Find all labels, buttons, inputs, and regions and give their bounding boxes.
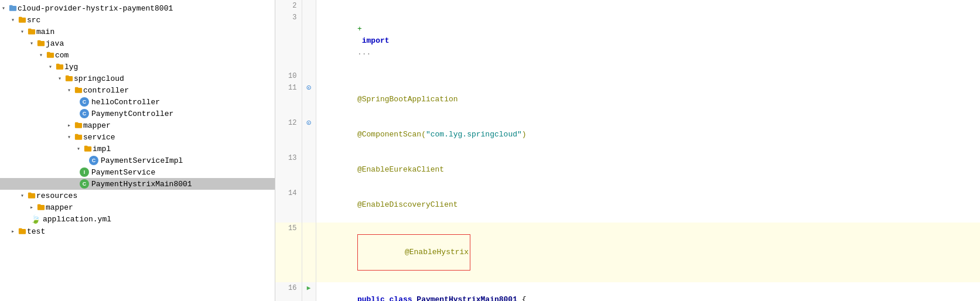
code-line-14: 14 @EnableDiscoveryClient: [275, 187, 980, 223]
line-num-11: 11: [275, 82, 302, 117]
folder-icon-controller: [74, 85, 83, 95]
line-content-14: @EnableDiscoveryClient: [316, 187, 980, 223]
folder-icon-service: [74, 132, 83, 142]
folder-icon-src: [18, 15, 27, 25]
folder-icon-main: [27, 27, 36, 36]
code-line-12: 12 ⊙ @ComponentScan("com.lyg.springcloud…: [275, 117, 980, 152]
tree-lyg[interactable]: lyg: [0, 61, 275, 73]
code-lines: 2 3 + import ... 10 11 ⊙: [275, 0, 980, 301]
main-label: main: [36, 28, 54, 36]
lyg-label: lyg: [64, 63, 78, 71]
code-editor[interactable]: 2 3 + import ... 10 11 ⊙: [275, 0, 980, 301]
line-num-12: 12: [275, 117, 302, 152]
folder-icon-springcloud: [64, 74, 74, 83]
tree-payment-service-impl[interactable]: C PaymentServiceImpl: [0, 155, 275, 166]
code-line-13: 13 @EnableEurekaClient: [275, 152, 980, 187]
bookmark-icon-12: ⊙: [306, 118, 311, 128]
line-num-15: 15: [275, 223, 302, 282]
folder-icon-resources-mapper: [36, 203, 46, 212]
line-content-10: [316, 70, 980, 82]
tree-mapper[interactable]: mapper: [0, 119, 275, 131]
line-num-14: 14: [275, 187, 302, 223]
tree-impl[interactable]: impl: [0, 143, 275, 155]
line-content-13: @EnableEurekaClient: [316, 152, 980, 187]
chevron-service: [66, 134, 73, 141]
annotation-eureka: @EnableEurekaClient: [357, 165, 444, 174]
line-content-11: @SpringBootApplication: [316, 82, 980, 117]
line-num-16: 16: [275, 282, 302, 301]
kw-public-16: public: [357, 295, 390, 301]
line-num-13: 13: [275, 152, 302, 187]
gutter-15: [302, 223, 316, 282]
com-label: com: [55, 51, 69, 60]
run-icon-16[interactable]: ▶: [307, 285, 311, 292]
tree-resources[interactable]: resources: [0, 190, 275, 201]
chevron-mapper: [66, 122, 73, 129]
tree-resources-mapper[interactable]: mapper: [0, 201, 275, 213]
chevron-controller: [66, 87, 73, 94]
tree-test[interactable]: test: [0, 225, 275, 237]
classname-16: PaymentHystrixMain8001: [416, 295, 517, 301]
chevron-test: [9, 228, 16, 235]
class-icon-paymenyt: C: [80, 109, 89, 118]
folder-icon-resources: [27, 191, 36, 200]
code-line-2: 2: [275, 0, 980, 12]
tree-application-yml[interactable]: 🍃 application.yml: [0, 213, 275, 225]
code-line-10: 10: [275, 70, 980, 82]
folder-icon-mapper: [74, 121, 83, 130]
line-content-16: public class PaymentHystrixMain8001 {: [316, 282, 980, 301]
java-label: java: [46, 39, 64, 48]
line-num-2: 2: [275, 0, 302, 12]
gutter-14: [302, 187, 316, 223]
hello-controller-label: helloController: [91, 98, 160, 107]
tree-src[interactable]: src: [0, 14, 275, 26]
springcloud-label: springcloud: [74, 74, 124, 83]
main-icon-hystrix: C: [80, 179, 89, 189]
resources-mapper-label: mapper: [46, 203, 73, 212]
annotation-springboot: @SpringBootApplication: [357, 95, 458, 104]
import-ellipsis: ...: [357, 48, 371, 57]
gutter-2: [302, 0, 316, 12]
line-content-15: @EnableHystrix: [316, 223, 980, 282]
impl-label: impl: [93, 145, 111, 153]
gutter-12: ⊙: [302, 117, 316, 152]
yaml-icon: 🍃: [30, 214, 40, 224]
tree-java[interactable]: java: [0, 37, 275, 49]
folder-icon-java: [36, 39, 46, 48]
chevron-lyg: [47, 63, 54, 70]
file-tree[interactable]: cloud-provider-hystrix-payment8001 src m…: [0, 0, 275, 301]
tree-controller[interactable]: controller: [0, 84, 275, 96]
test-label: test: [27, 227, 45, 236]
bookmark-icon-11: ⊙: [306, 83, 311, 93]
gutter-10: [302, 70, 316, 82]
payment-service-label: PaymentService: [91, 168, 155, 177]
chevron-java: [28, 40, 35, 47]
code-line-11: 11 ⊙ @SpringBootApplication: [275, 82, 980, 117]
import-plus: +: [357, 25, 362, 33]
tree-service[interactable]: service: [0, 131, 275, 143]
tree-root[interactable]: cloud-provider-hystrix-payment8001: [0, 2, 275, 14]
tree-payment-service[interactable]: I PaymentService: [0, 166, 275, 178]
tree-com[interactable]: com: [0, 49, 275, 61]
tree-springcloud[interactable]: springcloud: [0, 73, 275, 84]
tree-payment-hystrix-main[interactable]: C PaymentHystrixMain8001: [0, 178, 275, 190]
resources-label: resources: [36, 191, 77, 200]
src-label: src: [27, 16, 40, 25]
folder-icon-com: [46, 50, 55, 60]
mapper-label: mapper: [83, 121, 111, 130]
tree-main[interactable]: main: [0, 26, 275, 37]
tree-paymenyt-controller[interactable]: C PaymenytController: [0, 108, 275, 119]
chevron-main: [19, 28, 26, 35]
tree-hello-controller[interactable]: C helloController: [0, 96, 275, 108]
gutter-16[interactable]: ▶: [302, 282, 316, 301]
paymenyt-controller-label: PaymenytController: [91, 110, 173, 118]
enable-hystrix-highlight: @EnableHystrix: [357, 234, 470, 271]
chevron-resources: [19, 192, 26, 199]
line-num-3: 3: [275, 12, 302, 70]
chevron-impl: [75, 145, 82, 152]
chevron-springcloud: [56, 75, 63, 82]
gutter-11: ⊙: [302, 82, 316, 117]
class-icon-hello: C: [80, 97, 89, 107]
gutter-13: [302, 152, 316, 187]
payment-hystrix-main-label: PaymentHystrixMain8001: [91, 180, 192, 189]
